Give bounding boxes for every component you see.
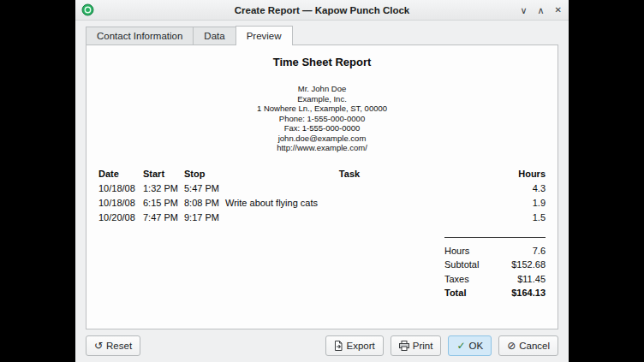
- contact-website: http://www.example.com/: [98, 143, 546, 153]
- table-row: 10/20/08 7:47 PM 9:17 PM 1.5: [98, 211, 546, 225]
- table-row: 10/18/08 1:32 PM 5:47 PM 4.3: [98, 181, 546, 196]
- summary-value: $11.45: [517, 272, 546, 287]
- summary-value: $164.13: [511, 286, 546, 300]
- summary-row-taxes: Taxes $11.45: [444, 272, 546, 287]
- tab-contact-information[interactable]: Contact Information: [86, 27, 194, 45]
- cell-start: 7:47 PM: [143, 211, 184, 225]
- summary-row-hours: Hours 7.6: [444, 244, 546, 258]
- header-stop: Stop: [184, 167, 225, 181]
- desktop-background: Create Report — Kapow Punch Clock ∨ ∧ ✕ …: [0, 0, 644, 362]
- contact-email: john.doe@example.com: [98, 134, 546, 144]
- export-button[interactable]: Export: [325, 335, 384, 356]
- summary-row-subtotal: Subtotal $152.68: [444, 258, 546, 272]
- totals-summary: Hours 7.6 Subtotal $152.68 Taxes $11.45 …: [444, 237, 546, 300]
- print-button[interactable]: Print: [391, 335, 442, 356]
- cell-stop: 9:17 PM: [184, 211, 225, 225]
- maximize-icon[interactable]: ∧: [538, 0, 545, 21]
- cell-hours: 4.3: [474, 181, 546, 196]
- cell-task: [225, 211, 474, 225]
- ok-button[interactable]: ✓ OK: [448, 335, 492, 356]
- summary-row-total: Total $164.13: [444, 286, 546, 300]
- header-task: Task: [225, 167, 474, 181]
- cell-start: 1:32 PM: [143, 181, 184, 196]
- window-title: Create Report — Kapow Punch Clock: [75, 0, 569, 21]
- cell-hours: 1.5: [474, 211, 546, 225]
- dialog-button-row: ↺ Reset Export: [75, 329, 569, 362]
- document-export-icon: [334, 341, 343, 351]
- reset-button[interactable]: ↺ Reset: [86, 335, 140, 356]
- ok-label: OK: [469, 340, 484, 352]
- summary-label: Hours: [444, 244, 469, 258]
- cancel-button[interactable]: ⊘ Cancel: [498, 335, 558, 356]
- cell-date: 10/18/08: [98, 196, 143, 211]
- export-label: Export: [347, 340, 375, 352]
- contact-fax: Fax: 1-555-000-0000: [98, 123, 546, 134]
- contact-address: 1 Nowhere Ln., Example, ST, 00000: [98, 104, 546, 114]
- cell-date: 10/20/08: [98, 211, 143, 225]
- summary-label: Subtotal: [444, 258, 479, 272]
- reset-icon: ↺: [94, 341, 103, 351]
- report-title: Time Sheet Report: [98, 56, 546, 68]
- cell-task: Write about flying cats: [225, 196, 474, 211]
- cell-stop: 8:08 PM: [184, 196, 225, 211]
- minimize-icon[interactable]: ∨: [520, 0, 527, 21]
- summary-label: Total: [444, 286, 466, 300]
- tab-bar: Contact Information Data Preview: [86, 25, 558, 45]
- close-icon[interactable]: ✕: [555, 0, 562, 21]
- summary-value: 7.6: [533, 244, 546, 258]
- printer-icon: [399, 341, 409, 351]
- tab-data[interactable]: Data: [193, 27, 236, 45]
- cell-date: 10/18/08: [98, 181, 143, 196]
- cell-stop: 5:47 PM: [184, 181, 225, 196]
- check-icon: ✓: [456, 341, 465, 351]
- tab-preview[interactable]: Preview: [236, 26, 293, 45]
- table-row: 10/18/08 6:15 PM 8:08 PM Write about fly…: [98, 196, 546, 211]
- report-preview-pane: Time Sheet Report Mr. John Doe Example, …: [86, 45, 558, 329]
- summary-label: Taxes: [444, 272, 469, 287]
- cell-hours: 1.9: [474, 196, 546, 211]
- summary-value: $152.68: [511, 258, 546, 272]
- cell-task: [225, 181, 474, 196]
- contact-block: Mr. John Doe Example, Inc. 1 Nowhere Ln.…: [98, 84, 546, 153]
- cell-start: 6:15 PM: [143, 196, 184, 211]
- window-controls: ∨ ∧ ✕: [520, 0, 562, 21]
- header-start: Start: [143, 167, 184, 181]
- reset-label: Reset: [106, 340, 132, 352]
- header-date: Date: [98, 167, 143, 181]
- contact-name: Mr. John Doe: [98, 84, 546, 94]
- header-hours: Hours: [474, 167, 546, 181]
- contact-phone: Phone: 1-555-000-0000: [98, 114, 546, 124]
- cancel-icon: ⊘: [507, 341, 516, 351]
- cancel-label: Cancel: [519, 340, 550, 352]
- create-report-window: Create Report — Kapow Punch Clock ∨ ∧ ✕ …: [75, 0, 569, 362]
- contact-company: Example, Inc.: [98, 94, 546, 104]
- print-label: Print: [413, 340, 433, 352]
- titlebar[interactable]: Create Report — Kapow Punch Clock ∨ ∧ ✕: [75, 0, 569, 21]
- table-header-row: Date Start Stop Task Hours: [98, 167, 546, 181]
- time-table: Date Start Stop Task Hours 10/18/08 1:32…: [98, 167, 546, 225]
